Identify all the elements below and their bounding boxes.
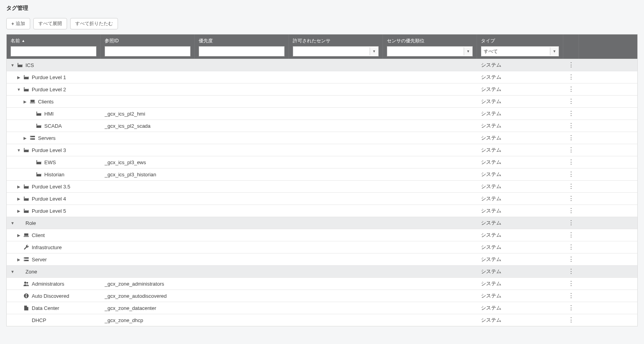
building-icon	[23, 305, 29, 311]
tree-toggle-icon[interactable]: ▼	[11, 63, 15, 67]
table-row[interactable]: Historian_gcx_ics_pl3_historianシステム⋮	[7, 168, 637, 180]
cell-ref-id	[101, 87, 195, 92]
tree-toggle-icon[interactable]: ▼	[11, 221, 15, 225]
row-actions-menu[interactable]: ⋮	[563, 254, 579, 265]
table-row[interactable]: ▶Purdue Level 4システム⋮	[7, 192, 637, 205]
col-allowed-sensors[interactable]: 許可されたセンサ ▼	[289, 34, 383, 59]
row-actions-menu[interactable]: ⋮	[563, 72, 579, 83]
row-actions-menu[interactable]: ⋮	[563, 169, 579, 180]
row-actions-menu[interactable]: ⋮	[563, 120, 579, 131]
table-row[interactable]: ▶Purdue Level 5システム⋮	[7, 205, 637, 217]
table-row[interactable]: ▼Zoneシステム⋮	[7, 265, 637, 277]
table-row[interactable]: ▶Purdue Level 3.5システム⋮	[7, 180, 637, 192]
filter-sensor-priority-select[interactable]: ▼	[387, 46, 473, 56]
cell-ref-id	[101, 269, 195, 274]
tree-toggle-icon[interactable]: ▶	[17, 257, 21, 262]
filter-name-input[interactable]	[11, 46, 96, 56]
filter-type-select[interactable]: すべて ▼	[481, 46, 559, 56]
table-row[interactable]: ▶Clientsシステム⋮	[7, 95, 637, 107]
cell-type: システム	[477, 120, 563, 132]
row-actions-menu[interactable]: ⋮	[563, 157, 579, 168]
col-name[interactable]: 名前 ▲	[7, 34, 101, 59]
row-actions-menu[interactable]: ⋮	[563, 145, 579, 156]
cell-ref-id: _gcx_zone_dhcp	[101, 315, 195, 326]
row-actions-menu[interactable]: ⋮	[563, 96, 579, 107]
cell-name: ▶Purdue Level 1	[7, 72, 101, 83]
table-row[interactable]: DHCP_gcx_zone_dhcpシステム⋮	[7, 314, 637, 326]
cell-type: システム	[477, 278, 563, 290]
cell-type: システム	[477, 302, 563, 314]
table-row[interactable]: SCADA_gcx_ics_pl2_scadaシステム⋮	[7, 119, 637, 132]
table-row[interactable]: ▼Roleシステム⋮	[7, 217, 637, 229]
cell-sensor-priority	[383, 136, 477, 140]
cell-priority	[195, 99, 289, 104]
cell-priority	[195, 148, 289, 152]
table-row[interactable]: Infrastructureシステム⋮	[7, 241, 637, 253]
row-name-label: Purdue Level 2	[32, 87, 66, 92]
filter-priority-input[interactable]	[199, 46, 285, 56]
cell-allowed-sensors	[289, 281, 383, 286]
table-row[interactable]: Auto Discovered_gcx_zone_autodiscoveredシ…	[7, 290, 637, 302]
table-row[interactable]: ▼Purdue Level 2システム⋮	[7, 83, 637, 95]
table-row[interactable]: HMI_gcx_ics_pl2_hmiシステム⋮	[7, 107, 637, 119]
table-row[interactable]: ▶Clientシステム⋮	[7, 229, 637, 241]
factory-icon	[36, 159, 42, 165]
cell-name: ▼Purdue Level 3	[7, 145, 101, 156]
filter-allowed-sensors-select[interactable]: ▼	[293, 46, 379, 56]
table-row[interactable]: EWS_gcx_ics_pl3_ewsシステム⋮	[7, 156, 637, 168]
cell-type: システム	[477, 193, 563, 205]
filter-ref-id-input[interactable]	[105, 46, 190, 56]
tree-toggle-icon[interactable]: ▶	[23, 100, 27, 104]
row-actions-menu[interactable]: ⋮	[563, 242, 579, 253]
tree-toggle-icon[interactable]: ▶	[17, 197, 21, 201]
col-priority[interactable]: 優先度	[195, 34, 289, 59]
row-actions-menu[interactable]: ⋮	[563, 278, 579, 289]
row-actions-menu[interactable]: ⋮	[563, 132, 579, 143]
tree-toggle-icon[interactable]: ▼	[17, 148, 21, 152]
row-actions-menu[interactable]: ⋮	[563, 84, 579, 95]
table-row[interactable]: Data Center_gcx_zone_datacenterシステム⋮	[7, 302, 637, 314]
expand-all-button[interactable]: すべて展開	[33, 18, 67, 29]
row-actions-menu[interactable]: ⋮	[563, 266, 579, 277]
table-row[interactable]: Administrators_gcx_zone_administratorsシス…	[7, 277, 637, 290]
row-name-label: Role	[25, 220, 36, 226]
tree-toggle-icon[interactable]: ▶	[17, 75, 21, 80]
cell-sensor-priority	[383, 172, 477, 177]
row-name-label: Purdue Level 4	[32, 196, 66, 202]
tree-toggle-icon[interactable]: ▶	[17, 233, 21, 237]
cell-name: ▶Servers	[7, 133, 101, 143]
tree-toggle-icon[interactable]: ▶	[17, 185, 21, 189]
row-actions-menu[interactable]: ⋮	[563, 193, 579, 204]
row-actions-menu[interactable]: ⋮	[563, 302, 579, 313]
col-ref-id[interactable]: 参照ID	[101, 34, 195, 59]
table-row[interactable]: ▼Purdue Level 3システム⋮	[7, 144, 637, 156]
cell-sensor-priority	[383, 87, 477, 92]
cell-priority	[195, 269, 289, 274]
tree-toggle-icon[interactable]: ▼	[17, 87, 21, 92]
row-actions-menu[interactable]: ⋮	[563, 290, 579, 301]
cell-name: ▶Purdue Level 3.5	[7, 181, 101, 192]
tree-toggle-icon[interactable]: ▼	[11, 270, 15, 274]
row-actions-menu[interactable]: ⋮	[563, 181, 579, 192]
table-row[interactable]: ▶Purdue Level 1システム⋮	[7, 71, 637, 83]
cell-allowed-sensors	[289, 136, 383, 140]
tree-toggle-icon[interactable]: ▶	[23, 136, 27, 140]
cell-type: システム	[477, 156, 563, 168]
col-ref-id-label: 参照ID	[105, 38, 119, 44]
row-actions-menu[interactable]: ⋮	[563, 315, 579, 326]
cell-sensor-priority	[383, 257, 477, 262]
row-actions-menu[interactable]: ⋮	[563, 108, 579, 119]
add-button[interactable]: + 追加	[6, 18, 30, 29]
table-row[interactable]: ▶Serverシステム⋮	[7, 253, 637, 265]
col-sensor-priority[interactable]: センサの優先順位 ▼	[383, 34, 477, 59]
cell-priority	[195, 111, 289, 116]
row-actions-menu[interactable]: ⋮	[563, 230, 579, 241]
row-actions-menu[interactable]: ⋮	[563, 217, 579, 228]
row-actions-menu[interactable]: ⋮	[563, 60, 579, 71]
row-actions-menu[interactable]: ⋮	[563, 205, 579, 216]
collapse-all-button[interactable]: すべて折りたたむ	[70, 18, 118, 29]
table-row[interactable]: ▶Serversシステム⋮	[7, 132, 637, 144]
tree-toggle-icon[interactable]: ▶	[17, 209, 21, 213]
table-row[interactable]: ▼ICSシステム⋮	[7, 59, 637, 71]
col-type[interactable]: タイプ すべて ▼	[477, 34, 563, 59]
